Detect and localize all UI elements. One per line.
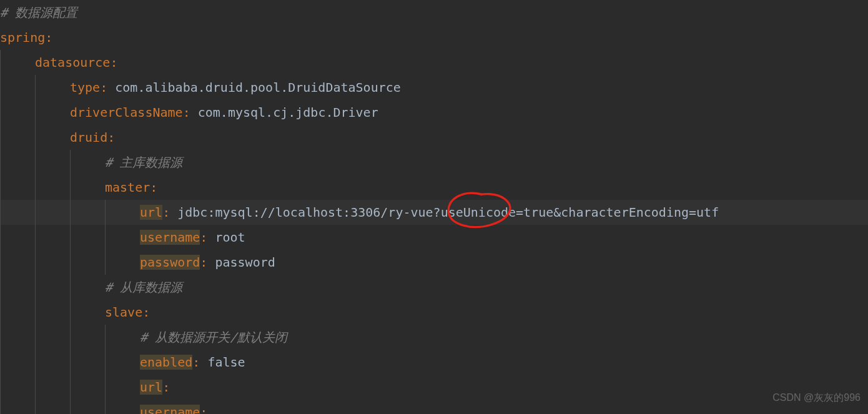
code-line[interactable]: datasource: [0,50,868,75]
code-line[interactable]: # 从库数据源 [0,275,868,300]
code-line[interactable]: username: root [0,225,868,250]
code-token: : [100,80,115,95]
code-token: # 数据源配置 [0,5,77,20]
code-line[interactable]: username: [0,400,868,414]
code-line[interactable]: url: jdbc:mysql://localhost:3306/ry-vue?… [0,200,868,225]
code-token: : [110,55,117,70]
code-token: : [162,205,177,220]
code-token: : [162,380,170,395]
code-line[interactable]: url: [0,375,868,400]
code-token: driverClassName [70,105,183,120]
code-token: : [150,180,157,195]
code-token: : [200,255,215,270]
code-token: druid [70,130,107,145]
code-token: enabled [140,355,192,370]
code-token: com.alibaba.druid.pool.DruidDataSource [115,80,401,95]
code-line[interactable]: enabled: false [0,350,868,375]
code-token: # 从数据源开关/默认关闭 [140,330,287,345]
code-token: password [140,255,200,270]
code-token: url [140,205,162,220]
code-token: # 从库数据源 [105,280,182,295]
code-token: password [215,255,275,270]
code-token: type [70,80,100,95]
code-editor[interactable]: # 数据源配置spring:datasource:type: com.aliba… [0,0,868,414]
code-token: false [207,355,245,370]
code-token: slave [105,305,142,320]
code-token: master [105,180,150,195]
code-token: : [183,105,198,120]
code-token: url [140,380,162,395]
code-token: datasource [35,55,110,70]
code-line[interactable]: driverClassName: com.mysql.cj.jdbc.Drive… [0,100,868,125]
code-line[interactable]: slave: [0,300,868,325]
code-token: # 主库数据源 [105,155,182,170]
code-line[interactable]: # 数据源配置 [0,0,868,25]
code-token: spring [0,30,45,45]
code-line[interactable]: druid: [0,125,868,150]
code-token: jdbc:mysql://localhost:3306/ry-vue?useUn… [177,205,719,220]
code-token: : [45,30,52,45]
code-token: : [142,305,150,320]
code-token: : [107,130,115,145]
code-line[interactable]: spring: [0,25,868,50]
code-token: com.mysql.cj.jdbc.Driver [198,105,378,120]
code-token: root [215,230,245,245]
code-token: : [200,405,207,414]
code-token: username [140,230,200,245]
code-line[interactable]: type: com.alibaba.druid.pool.DruidDataSo… [0,75,868,100]
code-token: username [140,405,200,414]
code-line[interactable]: master: [0,175,868,200]
code-line[interactable]: password: password [0,250,868,275]
code-line[interactable]: # 主库数据源 [0,150,868,175]
code-token: : [200,230,215,245]
watermark: CSDN @灰灰的996 [772,385,861,410]
code-token: : [192,355,207,370]
code-line[interactable]: # 从数据源开关/默认关闭 [0,325,868,350]
